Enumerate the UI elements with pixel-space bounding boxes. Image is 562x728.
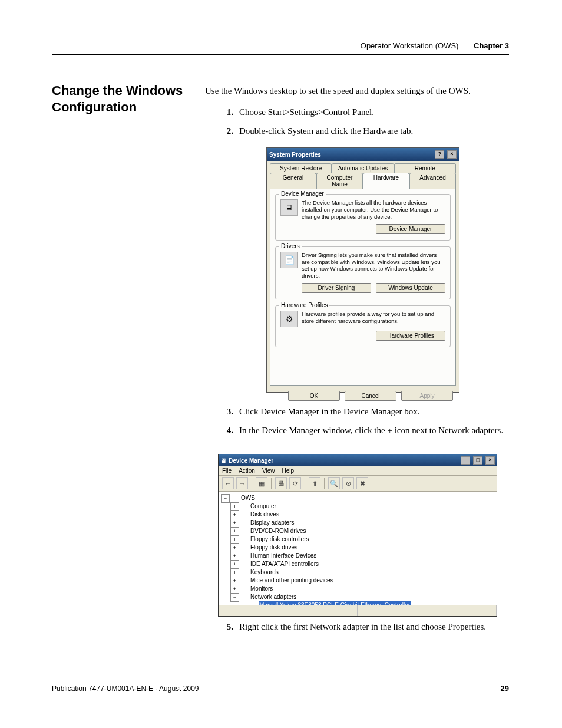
tree-node[interactable]: +IDE ATA/ATAPI controllers [221,560,495,568]
device-icon [240,585,249,592]
tab-advanced[interactable]: Advanced [409,173,456,189]
tree-node[interactable]: +Disk drives [221,510,495,519]
expand-icon[interactable]: + [230,502,239,511]
windows-update-button[interactable]: Windows Update [376,283,445,293]
tab-system-restore[interactable]: System Restore [270,163,332,173]
tree-node[interactable]: −OWS [221,494,495,502]
menu-bar: File Action View Help [219,466,497,476]
system-properties-dialog: System Properties ? × System Restore Aut… [266,147,459,393]
print-icon[interactable]: 🖶 [275,477,287,489]
close-button[interactable]: × [485,456,495,465]
tree-node[interactable]: +Keyboards [221,568,495,577]
cancel-button[interactable]: Cancel [345,391,396,401]
menu-help[interactable]: Help [282,467,294,474]
disable-icon[interactable]: ⊘ [342,477,354,489]
hardware-profiles-button[interactable]: Hardware Profiles [376,331,445,341]
tab-computer-name[interactable]: Computer Name [316,173,363,189]
tree-node[interactable]: +Mice and other pointing devices [221,577,495,585]
group-description: Hardware profiles provide a way for you … [302,311,445,327]
expand-icon[interactable]: + [230,535,239,544]
expand-icon[interactable]: − [221,494,230,503]
tab-automatic-updates[interactable]: Automatic Updates [332,163,394,173]
tree-label: Network adapters [250,593,296,601]
window-titlebar[interactable]: 🖥 Device Manager _ □ × [219,454,497,466]
group-legend: Drivers [279,243,302,249]
ok-button[interactable]: OK [288,391,340,401]
expand-icon[interactable]: − [230,593,239,602]
tree-label: IDE ATA/ATAPI controllers [250,560,319,568]
tree-node[interactable]: +Floppy disk controllers [221,535,495,543]
tab-hardware[interactable]: Hardware [363,173,409,189]
expand-icon[interactable]: + [230,527,239,536]
menu-file[interactable]: File [222,467,232,474]
help-button[interactable]: ? [435,150,444,159]
expand-icon[interactable]: + [230,560,239,569]
device-icon [240,511,249,518]
group-drivers: Drivers 📄 Driver Signing lets you make s… [275,246,451,300]
expand-icon[interactable]: + [230,519,239,528]
device-tree[interactable]: −OWS+Computer+Disk drives+Display adapte… [219,492,497,605]
menu-view[interactable]: View [262,467,275,474]
menu-action[interactable]: Action [239,467,255,474]
scan-icon[interactable]: 🔍 [328,477,340,489]
drivers-icon: 📄 [280,252,298,268]
step-number: 3. [218,406,233,419]
tree-node[interactable]: +DVD/CD-ROM drives [221,527,495,535]
step-list-middle: 3. Click Device Manager in the Device Ma… [218,406,509,443]
device-manager-icon: 🖥 [220,457,226,464]
tree-label: OWS [241,494,255,502]
expand-icon[interactable]: + [230,552,239,561]
expand-icon[interactable]: + [230,585,239,594]
step-list-lower: 5. Right click the first Network adapter… [218,621,509,640]
group-hardware-profiles: Hardware Profiles ⚙ Hardware profiles pr… [275,305,451,347]
tree-label: Floppy disk controllers [250,535,309,543]
device-manager-button[interactable]: Device Manager [376,224,445,234]
tree-node[interactable]: +Floppy disk drives [221,543,495,552]
step-list-upper: 1. Choose Start>Settings>Control Panel. … [218,106,509,144]
expand-icon[interactable]: + [230,568,239,577]
device-icon [240,528,249,535]
device-icon [240,544,249,551]
minimize-button[interactable]: _ [461,456,470,465]
apply-button[interactable]: Apply [401,391,453,401]
device-icon [240,569,249,576]
expand-icon[interactable]: + [230,543,239,552]
refresh-icon[interactable]: ⟳ [289,477,301,489]
publication-footer: Publication 7477-UM001A-EN-E - August 20… [52,684,199,693]
close-button[interactable]: × [447,150,457,159]
dialog-button-row: OK Cancel Apply [267,388,459,404]
maximize-button[interactable]: □ [473,456,482,465]
tab-general[interactable]: General [270,173,316,189]
driver-signing-button[interactable]: Driver Signing [302,283,371,293]
device-icon [240,594,249,601]
step-1: 1. Choose Start>Settings>Control Panel. [218,106,509,119]
tree-label: Display adapters [250,519,294,527]
step-number: 5. [218,621,233,634]
tree-node[interactable]: +Monitors [221,585,495,593]
tree-node[interactable]: +Computer [221,502,495,510]
tree-node[interactable]: −Network adapters [221,593,495,601]
tab-remote[interactable]: Remote [394,163,456,173]
intro-paragraph: Use the Windows desktop to set the speed… [205,85,509,97]
tree-node[interactable]: +Human Interface Devices [221,552,495,560]
tree-node[interactable]: +Display adapters [221,519,495,527]
properties-icon[interactable]: ▦ [256,477,267,489]
group-description: The Device Manager lists all the hardwar… [302,199,445,220]
expand-icon[interactable]: + [230,577,239,585]
page-number: 29 [501,684,509,693]
tree-label: Computer [250,502,276,510]
tree-label: Keyboards [250,568,279,577]
device-icon [240,503,249,510]
group-description: Driver Signing lets you make sure that i… [302,252,445,280]
step-text: In the Device Manager window, click the … [239,424,509,437]
step-5: 5. Right click the first Network adapter… [218,621,509,634]
group-legend: Hardware Profiles [279,302,329,308]
step-number: 2. [218,125,233,138]
uninstall-icon[interactable]: ✖ [356,477,368,489]
update-driver-icon[interactable]: ⬆ [309,477,320,489]
dialog-titlebar[interactable]: System Properties ? × [267,148,459,161]
back-icon[interactable]: ← [222,477,234,489]
forward-icon[interactable]: → [236,477,248,489]
step-2: 2. Double-click System and click the Har… [218,125,509,138]
expand-icon[interactable]: + [230,510,239,519]
